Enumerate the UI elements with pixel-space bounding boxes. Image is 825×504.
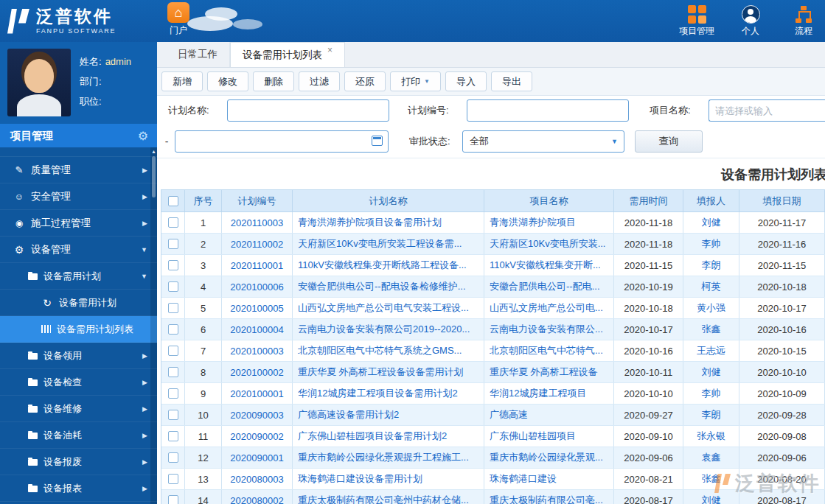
table-row[interactable]: 8 2020100002 重庆华夏 外高桥工程设备设备需用计划 重庆华夏 外高桥…: [161, 362, 825, 383]
plan-name-link[interactable]: 北京朝阳区电气中芯特气系统之GMS...: [293, 340, 484, 361]
column-header-reporter[interactable]: 填报人: [683, 190, 739, 211]
row-checkbox[interactable]: [168, 495, 178, 504]
plan-no-link[interactable]: 2020100001: [222, 383, 293, 404]
table-row[interactable]: 2 2020110002 天府新区10Kv变电所安装工程设备需... 天府新区1…: [161, 234, 825, 255]
select-all-checkbox[interactable]: [168, 196, 178, 206]
sidebar-item-equipment-report[interactable]: 设备报表▶: [0, 475, 157, 502]
row-checkbox[interactable]: [168, 260, 178, 270]
nav-project-management[interactable]: 项目管理: [679, 5, 714, 38]
nav-flow[interactable]: 流程: [787, 5, 821, 38]
plan-name-link[interactable]: 重庆太极制药有限公司亳州中药材仓储...: [293, 490, 484, 504]
plan-name-link[interactable]: 天府新区10Kv变电所安装工程设备需...: [293, 234, 484, 254]
row-checkbox[interactable]: [168, 474, 178, 484]
plan-no-input[interactable]: [467, 99, 629, 122]
table-row[interactable]: 1 2020110003 青海洪湖养护院项目设备需用计划 青海洪湖养护院项目 2…: [161, 212, 825, 234]
plan-no-link[interactable]: 2020090002: [222, 426, 293, 447]
plan-name-link[interactable]: 重庆华夏 外高桥工程设备设备需用计划: [293, 362, 484, 382]
row-checkbox[interactable]: [168, 281, 178, 292]
reporter-link[interactable]: 王志远: [683, 340, 739, 361]
table-row[interactable]: 12 2020090001 重庆市鹅岭公园绿化景观提升工程施工... 重庆市鹅岭…: [161, 447, 825, 469]
plan-name-link[interactable]: 华润12城房建工程项目设备需用计划2: [293, 383, 484, 404]
tab-daily-work[interactable]: 日常工作: [166, 42, 230, 67]
table-row[interactable]: 11 2020090002 广东佛山碧桂园项目设备需用计划2 广东佛山碧桂园项目…: [161, 426, 825, 447]
reporter-link[interactable]: 张鑫: [683, 469, 739, 489]
project-link[interactable]: 珠海鹤港口建设: [484, 469, 614, 489]
reporter-link[interactable]: 李帅: [683, 234, 739, 254]
sidebar-item-equipment-fuel[interactable]: 设备油耗▶: [0, 422, 157, 449]
reporter-link[interactable]: 张鑫: [683, 319, 739, 340]
table-row[interactable]: 3 2020110001 110kV安徽线程集变开断线路工程设备... 110k…: [161, 255, 825, 276]
plan-name-link[interactable]: 110kV安徽线程集变开断线路工程设备...: [293, 255, 484, 276]
row-checkbox[interactable]: [168, 367, 178, 377]
reporter-link[interactable]: 刘健: [683, 362, 739, 382]
column-header-plan-no[interactable]: 计划编号: [222, 190, 293, 211]
project-link[interactable]: 华润12城房建工程项目: [484, 383, 614, 404]
table-row[interactable]: 6 2020100004 云南电力设备安装有限公司2019--2020... 云…: [161, 319, 825, 340]
project-link[interactable]: 北京朝阳区电气中芯特气...: [484, 340, 614, 361]
project-link[interactable]: 天府新区10Kv变电所安装...: [484, 234, 614, 254]
gear-icon[interactable]: [138, 129, 148, 143]
project-link[interactable]: 重庆市鹅岭公园绿化景观...: [484, 447, 614, 468]
sidebar-item-equipment-plan-form[interactable]: 设备需用计划: [0, 290, 157, 316]
project-link[interactable]: 安徽合肥供电公司--配电...: [484, 276, 614, 297]
plan-no-link[interactable]: 2020100003: [222, 340, 293, 361]
sidebar-item-equipment-plan-list[interactable]: 设备需用计划列表: [0, 316, 157, 343]
sidebar-item-equipment[interactable]: 设备管理▼: [0, 237, 157, 263]
plan-name-link[interactable]: 青海洪湖养护院项目设备需用计划: [293, 212, 484, 233]
reporter-link[interactable]: 李朗: [683, 255, 739, 276]
sidebar-item-equipment-repair[interactable]: 设备维修▶: [0, 396, 157, 422]
table-row[interactable]: 7 2020100003 北京朝阳区电气中芯特气系统之GMS... 北京朝阳区电…: [161, 340, 825, 362]
table-row[interactable]: 9 2020100001 华润12城房建工程项目设备需用计划2 华润12城房建工…: [161, 383, 825, 405]
plan-no-link[interactable]: 2020110002: [222, 234, 293, 254]
reporter-link[interactable]: 袁鑫: [683, 447, 739, 468]
reporter-link[interactable]: 黄小强: [683, 298, 739, 318]
export-button[interactable]: 导出: [491, 71, 532, 91]
project-link[interactable]: 广东佛山碧桂园项目: [484, 426, 614, 447]
reporter-link[interactable]: 张永银: [683, 426, 739, 447]
filter-button[interactable]: 过滤: [299, 71, 340, 91]
plan-no-link[interactable]: 2020090003: [222, 405, 293, 425]
sidebar-item-equipment-check[interactable]: 设备检查▶: [0, 369, 157, 396]
column-header-project[interactable]: 项目名称: [484, 190, 614, 211]
column-header-need-date[interactable]: 需用时间: [614, 190, 683, 211]
project-link[interactable]: 青海洪湖养护院项目: [484, 212, 614, 233]
plan-no-link[interactable]: 2020110003: [222, 212, 293, 233]
row-checkbox[interactable]: [168, 303, 178, 313]
nav-personal[interactable]: 个人: [734, 5, 767, 38]
plan-no-link[interactable]: 2020100002: [222, 362, 293, 382]
reporter-link[interactable]: 李帅: [683, 383, 739, 404]
approval-status-select[interactable]: 全部: [462, 130, 624, 153]
project-link[interactable]: 山西弘文房地产总公司电...: [484, 298, 614, 318]
row-checkbox[interactable]: [168, 452, 178, 463]
sidebar-root-project-management[interactable]: 项目管理: [0, 124, 157, 147]
plan-no-link[interactable]: 2020100006: [222, 276, 293, 297]
restore-button[interactable]: 还原: [344, 71, 386, 91]
sidebar-item-equipment-scrap[interactable]: 设备报废▶: [0, 449, 157, 475]
project-link[interactable]: 云南电力设备安装有限公...: [484, 319, 614, 340]
plan-name-link[interactable]: 安徽合肥供电公司--配电设备检修维护...: [293, 276, 484, 297]
date-input[interactable]: [175, 130, 389, 153]
edit-button[interactable]: 修改: [207, 71, 248, 91]
plan-name-link[interactable]: 重庆市鹅岭公园绿化景观提升工程施工...: [293, 447, 484, 468]
tab-equipment-plan-list[interactable]: 设备需用计划列表: [230, 42, 345, 67]
project-link[interactable]: 110kV安徽线程集变开断...: [484, 255, 614, 276]
sidebar-scrollbar[interactable]: [150, 147, 157, 504]
plan-no-link[interactable]: 2020100004: [222, 319, 293, 340]
row-checkbox[interactable]: [168, 388, 178, 399]
sidebar-item-construction-process[interactable]: 施工过程管理▶: [0, 210, 157, 237]
delete-button[interactable]: 删除: [253, 71, 294, 91]
row-checkbox[interactable]: [168, 431, 178, 441]
plan-no-link[interactable]: 2020080002: [222, 490, 293, 504]
column-header-plan-name[interactable]: 计划名称: [293, 190, 484, 211]
plan-no-link[interactable]: 2020100005: [222, 298, 293, 318]
plan-name-input[interactable]: [227, 99, 389, 122]
close-icon[interactable]: [327, 46, 333, 55]
table-row[interactable]: 14 2020080002 重庆太极制药有限公司亳州中药材仓储... 重庆太极制…: [161, 490, 825, 504]
row-checkbox[interactable]: [168, 346, 178, 356]
row-checkbox[interactable]: [168, 239, 178, 249]
sidebar-item-quality[interactable]: 质量管理▶: [0, 157, 157, 183]
plan-name-link[interactable]: 广东佛山碧桂园项目设备需用计划2: [293, 426, 484, 447]
calendar-icon[interactable]: [372, 136, 383, 146]
table-row[interactable]: 5 2020100005 山西弘文房地产总公司电气安装工程设... 山西弘文房地…: [161, 298, 825, 319]
scroll-up-icon[interactable]: [150, 149, 157, 154]
